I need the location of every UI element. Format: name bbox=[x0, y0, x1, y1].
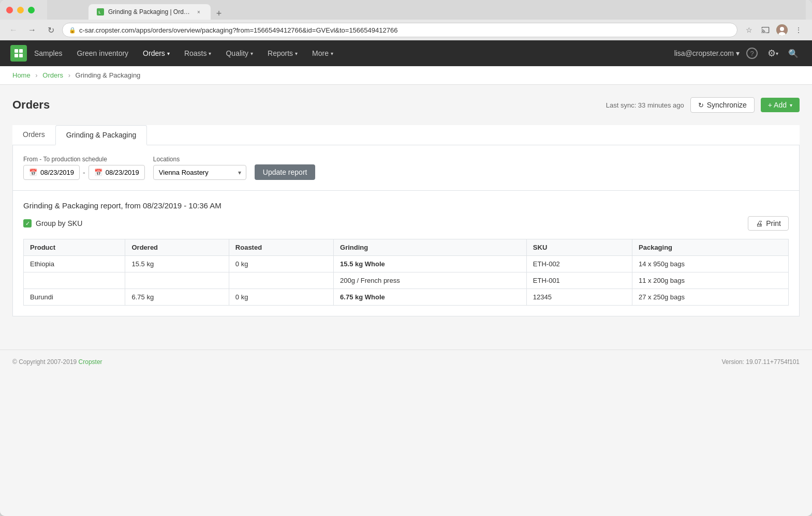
main-content: Orders Last sync: 33 minutes ago ↻ Synch… bbox=[0, 85, 812, 329]
cell-roasted-1: 0 kg bbox=[229, 289, 333, 306]
tab-grinding-packaging[interactable]: Grinding & Packaging bbox=[55, 125, 147, 145]
more-caret: ▾ bbox=[331, 51, 333, 56]
user-avatar-button[interactable] bbox=[775, 23, 789, 37]
nav-right: lisa@cropster.com ▾ ? ⚙ ▾ 🔍 bbox=[674, 45, 802, 62]
search-button[interactable]: 🔍 bbox=[785, 45, 802, 62]
filter-section: From - To production schedule 📅 08/23/20… bbox=[12, 145, 800, 191]
quality-caret: ▾ bbox=[250, 51, 253, 56]
cell-sub-product-0 bbox=[24, 272, 125, 289]
svg-rect-5 bbox=[14, 49, 18, 53]
breadcrumb: Home › Orders › Grinding & Packaging bbox=[0, 66, 812, 85]
table-row: Ethiopia 15.5 kg 0 kg 15.5 kg Whole ETH-… bbox=[24, 256, 789, 272]
nav-orders[interactable]: Orders ▾ bbox=[136, 40, 177, 66]
group-by-sku-checkbox[interactable] bbox=[23, 219, 32, 227]
from-calendar-icon: 📅 bbox=[29, 169, 37, 176]
cell-grinding-1: 6.75 kg Whole bbox=[334, 289, 527, 306]
tab-orders[interactable]: Orders bbox=[12, 125, 55, 145]
table-row-sub: 200g / French press ETH-001 11 x 200g ba… bbox=[24, 272, 789, 289]
cell-sub-ordered-0 bbox=[125, 272, 229, 289]
footer-copyright: © Copyright 2007-2019 Cropster bbox=[12, 358, 102, 366]
from-date-input[interactable]: 📅 08/23/2019 bbox=[23, 165, 80, 180]
add-button[interactable]: + Add ▾ bbox=[761, 98, 800, 112]
browser-tab[interactable]: L Grinding & Packaging | Orders × bbox=[88, 4, 211, 20]
nav-quality[interactable]: Quality ▾ bbox=[218, 40, 260, 66]
tab-close-button[interactable]: × bbox=[195, 8, 202, 16]
user-caret: ▾ bbox=[736, 49, 740, 57]
tabs-container: Orders Grinding & Packaging bbox=[12, 125, 800, 145]
roasts-caret: ▾ bbox=[209, 51, 211, 56]
close-button[interactable] bbox=[6, 7, 13, 13]
cast-button[interactable] bbox=[758, 23, 773, 37]
print-button[interactable]: 🖨 Print bbox=[748, 216, 789, 231]
col-grinding: Grinding bbox=[334, 239, 527, 256]
app-logo[interactable] bbox=[10, 45, 27, 62]
minimize-button[interactable] bbox=[17, 7, 24, 13]
nav-green-inventory[interactable]: Green inventory bbox=[69, 40, 136, 66]
cell-packaging-1: 27 x 250g bags bbox=[632, 289, 789, 306]
print-icon: 🖨 bbox=[756, 219, 763, 227]
cell-sub-packaging-0: 11 x 200g bags bbox=[632, 272, 789, 289]
cell-packaging-0: 14 x 950g bags bbox=[632, 256, 789, 272]
col-sku: SKU bbox=[526, 239, 632, 256]
svg-text:L: L bbox=[98, 10, 100, 14]
forward-button[interactable]: → bbox=[25, 23, 39, 37]
maximize-button[interactable] bbox=[28, 7, 35, 13]
col-packaging: Packaging bbox=[632, 239, 789, 256]
ssl-icon: 🔒 bbox=[69, 27, 76, 34]
date-filter-label: From - To production schedule bbox=[23, 156, 145, 163]
breadcrumb-current: Grinding & Packaging bbox=[76, 71, 141, 79]
tab-title: Grinding & Packaging | Orders bbox=[108, 8, 191, 16]
cell-product-1: Burundi bbox=[24, 289, 125, 306]
url-bar[interactable]: 🔒 c-sar.cropster.com/apps/orders/overvie… bbox=[62, 23, 737, 37]
location-select[interactable]: Vienna Roastery Berlin Roastery All Loca… bbox=[153, 165, 246, 180]
cell-sku-0: ETH-002 bbox=[526, 256, 632, 272]
menu-button[interactable]: ⋮ bbox=[791, 23, 806, 37]
nav-items: Samples Green inventory Orders ▾ Roasts … bbox=[27, 40, 674, 66]
cell-sub-sku-0: ETH-001 bbox=[526, 272, 632, 289]
svg-rect-6 bbox=[19, 49, 23, 53]
sync-icon: ↻ bbox=[698, 101, 704, 109]
report-title: Grinding & Packaging report, from 08/23/… bbox=[23, 201, 789, 210]
reload-button[interactable]: ↻ bbox=[43, 23, 58, 37]
nav-roasts[interactable]: Roasts ▾ bbox=[177, 40, 219, 66]
breadcrumb-home[interactable]: Home bbox=[12, 71, 31, 79]
app-nav: Samples Green inventory Orders ▾ Roasts … bbox=[0, 40, 812, 66]
cell-grinding-0: 15.5 kg Whole bbox=[334, 256, 527, 272]
update-report-button[interactable]: Update report bbox=[255, 164, 316, 180]
bookmark-button[interactable]: ☆ bbox=[742, 23, 756, 37]
settings-button[interactable]: ⚙ ▾ bbox=[764, 45, 781, 62]
synchronize-button[interactable]: ↻ Synchronize bbox=[690, 97, 755, 113]
orders-caret: ▾ bbox=[167, 51, 170, 56]
nav-samples[interactable]: Samples bbox=[27, 40, 69, 66]
help-button[interactable]: ? bbox=[744, 45, 760, 62]
tab-favicon: L bbox=[97, 8, 104, 16]
page-header: Orders Last sync: 33 minutes ago ↻ Synch… bbox=[12, 97, 800, 113]
date-filter-group: From - To production schedule 📅 08/23/20… bbox=[23, 156, 145, 180]
svg-rect-7 bbox=[14, 54, 18, 57]
report-table: Product Ordered Roasted Grinding SKU Pac… bbox=[23, 239, 789, 306]
footer-version: Version: 19.07.11+7754f101 bbox=[722, 358, 800, 366]
cell-sku-1: 12345 bbox=[526, 289, 632, 306]
add-caret: ▾ bbox=[790, 102, 792, 108]
nav-reports[interactable]: Reports ▾ bbox=[260, 40, 305, 66]
page-title: Orders bbox=[12, 98, 50, 112]
svg-rect-8 bbox=[19, 54, 23, 57]
back-button[interactable]: ← bbox=[6, 23, 21, 37]
app-footer: © Copyright 2007-2019 Cropster Version: … bbox=[0, 350, 812, 374]
nav-user[interactable]: lisa@cropster.com ▾ bbox=[674, 49, 740, 57]
group-by-sku-label[interactable]: Group by SKU bbox=[23, 219, 82, 227]
new-tab-button[interactable]: + bbox=[213, 7, 225, 20]
footer-brand: Cropster bbox=[79, 358, 102, 366]
breadcrumb-orders[interactable]: Orders bbox=[42, 71, 63, 79]
breadcrumb-sep-2: › bbox=[68, 71, 70, 79]
nav-more[interactable]: More ▾ bbox=[305, 40, 341, 66]
reports-caret: ▾ bbox=[295, 51, 298, 56]
url-text: c-sar.cropster.com/apps/orders/overview/… bbox=[79, 26, 397, 34]
report-section: Grinding & Packaging report, from 08/23/… bbox=[12, 191, 800, 316]
sync-info: Last sync: 33 minutes ago bbox=[606, 101, 684, 109]
to-date-input[interactable]: 📅 08/23/2019 bbox=[88, 165, 145, 180]
settings-caret: ▾ bbox=[776, 51, 778, 56]
table-row: Burundi 6.75 kg 0 kg 6.75 kg Whole 12345… bbox=[24, 289, 789, 306]
date-range: 📅 08/23/2019 - 📅 08/23/2019 bbox=[23, 165, 145, 180]
cell-roasted-0: 0 kg bbox=[229, 256, 333, 272]
